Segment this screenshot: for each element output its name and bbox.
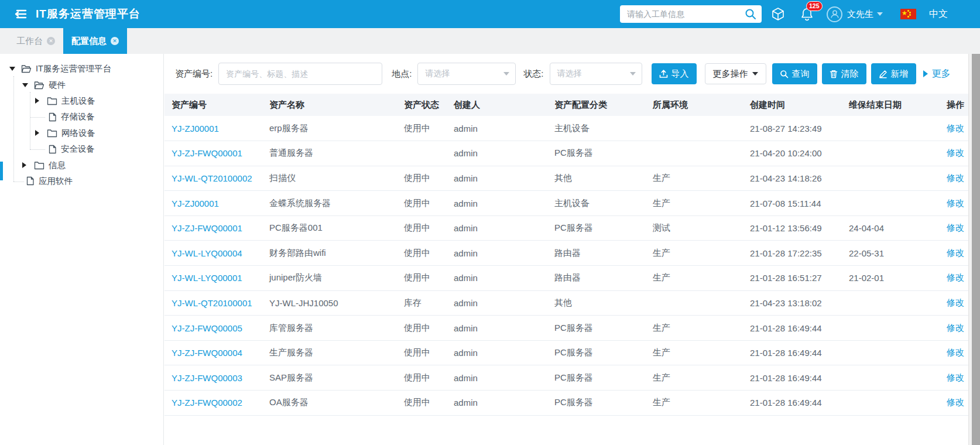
creator-cell: admin — [447, 365, 547, 391]
query-button[interactable]: 查询 — [772, 63, 817, 84]
tree-node-platform-root[interactable]: IT服务运营管理平台 — [0, 61, 163, 77]
modify-link[interactable]: 修改 — [947, 123, 964, 133]
user-name[interactable]: 文先生 — [847, 9, 873, 20]
folder-open-icon — [21, 64, 32, 73]
asset-code-link[interactable]: YJ-ZJ-FWQ00001 — [172, 148, 242, 158]
modify-link[interactable]: 修改 — [947, 347, 964, 357]
created-time-cell: 21-07-08 15:11:44 — [743, 191, 842, 216]
modify-link[interactable]: 修改 — [947, 397, 964, 407]
asset-code-link[interactable]: YJ-ZJ00001 — [172, 124, 219, 134]
tab-workbench[interactable]: 工作台 ✕ — [8, 28, 63, 54]
category-cell: 主机设备 — [547, 116, 646, 141]
collapse-sidebar-icon[interactable] — [12, 8, 27, 20]
tree-node-information[interactable]: 信息 — [0, 157, 163, 173]
caret-right-icon[interactable] — [35, 98, 42, 104]
caret-right-icon[interactable] — [22, 162, 29, 168]
modify-link[interactable]: 修改 — [947, 297, 964, 307]
close-tab-icon[interactable]: ✕ — [47, 37, 55, 45]
warranty-end-cell — [842, 365, 940, 391]
tree-node-hardware[interactable]: 硬件 — [0, 77, 163, 93]
asset-code-link[interactable]: YJ-ZJ-FWQ00001 — [172, 223, 242, 233]
tree-node-security-devices[interactable]: 安全设备 — [0, 141, 163, 157]
table-row: YJ-ZJ-FWQ00001 普通服务器 admin PC服务器 21-04-2… — [165, 141, 968, 166]
vertical-scrollbar-thumb[interactable] — [972, 54, 980, 445]
more-filters-link[interactable]: 更多 — [923, 68, 951, 80]
caret-down-icon[interactable] — [9, 67, 16, 71]
app-title: IT服务运营管理平台 — [36, 6, 141, 22]
notification-count-badge[interactable]: 125 — [806, 1, 823, 11]
asset-status-cell: 使用中 — [397, 241, 447, 266]
asset-code-link[interactable]: YJ-WL-LYQ00004 — [172, 248, 242, 258]
notifications-bell-icon[interactable]: 125 — [800, 7, 814, 21]
more-operations-button[interactable]: 更多操作 — [705, 63, 766, 84]
created-time-cell: 21-01-28 16:49:44 — [743, 365, 842, 391]
category-cell: PC服务器 — [547, 391, 646, 416]
asset-status-cell: 使用中 — [397, 191, 447, 216]
table-row: YJ-ZJ00001 erp服务器 使用中 admin 主机设备 21-08-2… — [165, 116, 968, 141]
close-tab-icon[interactable]: ✕ — [111, 37, 119, 45]
modify-link[interactable]: 修改 — [947, 222, 964, 232]
creator-cell: admin — [447, 166, 547, 191]
created-time-cell: 21-01-28 16:49:44 — [743, 316, 842, 341]
category-cell: PC服务器 — [547, 215, 646, 241]
tree-node-network-devices[interactable]: 网络设备 — [0, 125, 163, 141]
search-input[interactable] — [627, 9, 744, 19]
modify-link[interactable]: 修改 — [947, 248, 964, 258]
tab-config-info[interactable]: 配置信息 ✕ — [63, 28, 127, 54]
modify-link[interactable]: 修改 — [947, 323, 964, 333]
status-select[interactable]: 请选择 — [550, 63, 642, 85]
modify-link[interactable]: 修改 — [947, 272, 964, 282]
location-select[interactable]: 请选择 — [417, 63, 516, 85]
asset-code-link[interactable]: YJ-ZJ00001 — [172, 198, 219, 208]
asset-status-cell — [397, 141, 447, 166]
warranty-end-cell — [842, 191, 940, 216]
asset-code-link[interactable]: YJ-ZJ-FWQ00004 — [172, 348, 242, 358]
clear-button[interactable]: 清除 — [822, 63, 866, 84]
tree-node-storage-devices[interactable]: 存储设备 — [0, 109, 163, 125]
environment-cell: 生产 — [646, 391, 743, 416]
modify-link[interactable]: 修改 — [947, 173, 964, 183]
asset-name-cell: 财务部路由wifi — [262, 241, 397, 266]
vertical-scrollbar-track[interactable] — [968, 54, 980, 445]
modify-link[interactable]: 修改 — [947, 198, 964, 208]
tree-node-host-devices[interactable]: 主机设备 — [0, 93, 163, 109]
asset-code-link[interactable]: YJ-WL-LYQ00001 — [172, 273, 242, 283]
add-new-button[interactable]: 新增 — [871, 63, 916, 84]
created-time-cell: 21-04-23 13:18:02 — [743, 290, 842, 316]
col-creator: 创建人 — [447, 94, 547, 116]
warranty-end-cell — [842, 391, 940, 416]
asset-code-link[interactable]: YJ-ZJ-FWQ00005 — [172, 323, 242, 333]
search-icon[interactable] — [744, 8, 757, 20]
modify-link[interactable]: 修改 — [947, 372, 964, 382]
created-time-cell: 21-01-28 17:22:35 — [743, 241, 842, 266]
asset-name-cell: SAP服务器 — [262, 365, 397, 391]
user-avatar[interactable] — [827, 6, 842, 22]
category-cell: 路由器 — [547, 241, 646, 266]
asset-code-link[interactable]: YJ-ZJ-FWQ00003 — [172, 373, 242, 383]
caret-right-icon[interactable] — [35, 130, 42, 136]
asset-status-cell: 使用中 — [397, 166, 447, 191]
asset-code-link[interactable]: YJ-ZJ-FWQ00002 — [172, 398, 242, 408]
table-row: YJ-WL-LYQ00004 财务部路由wifi 使用中 admin 路由器 生… — [165, 241, 968, 266]
caret-down-icon[interactable] — [22, 83, 29, 87]
asset-name-cell: 库管服务器 — [262, 316, 397, 341]
environment-cell — [646, 141, 743, 166]
warranty-end-cell — [842, 116, 940, 141]
col-asset-status: 资产状态 — [397, 94, 447, 116]
import-button[interactable]: 导入 — [652, 63, 697, 84]
asset-no-input[interactable] — [218, 63, 382, 85]
col-asset-name: 资产名称 — [262, 94, 397, 116]
module-cube-icon[interactable] — [771, 7, 785, 21]
tree-node-application-software[interactable]: 应用软件 — [0, 173, 163, 189]
asset-list-panel: 资产编号: 地点: 请选择 状态: 请选择 导入 更多操作 — [165, 54, 968, 445]
asset-code-link[interactable]: YJ-WL-QT20100002 — [172, 173, 252, 183]
environment-cell: 生产 — [646, 340, 743, 365]
col-environment: 所属环境 — [646, 94, 743, 116]
warranty-end-cell: 24-04-04 — [842, 215, 940, 241]
environment-cell: 测试 — [646, 215, 743, 241]
modify-link[interactable]: 修改 — [947, 148, 964, 158]
created-time-cell: 21-08-27 14:23:49 — [743, 116, 842, 141]
asset-code-link[interactable]: YJ-WL-QT20100001 — [172, 298, 252, 308]
language-switcher[interactable]: 中文 — [929, 8, 948, 20]
user-menu-caret-icon[interactable] — [877, 12, 883, 16]
